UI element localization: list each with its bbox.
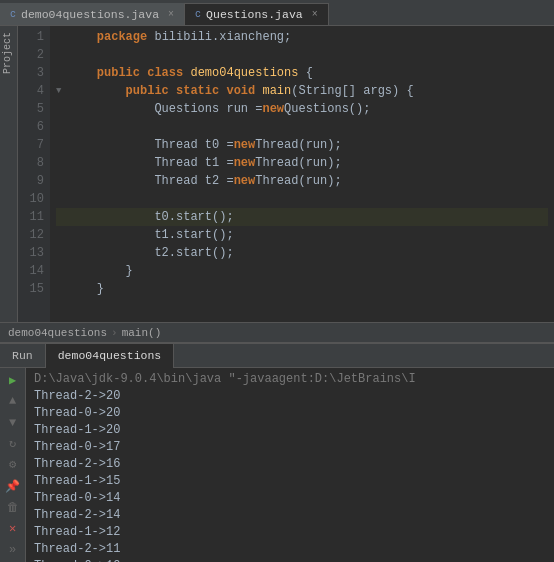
- run-play-button[interactable]: ▶: [4, 372, 22, 388]
- output-line-7: Thread-0->14: [34, 490, 546, 507]
- code-line-5: Questions run = new Questions();: [56, 100, 548, 118]
- output-line-4: Thread-0->17: [34, 439, 546, 456]
- output-line-2: Thread-0->20: [34, 405, 546, 422]
- run-tab-run[interactable]: Run: [0, 344, 45, 368]
- left-sidebar: Project: [0, 26, 18, 322]
- tab-demo04questions[interactable]: c demo04questions.java ×: [0, 3, 185, 25]
- run-delete-button[interactable]: 🗑: [4, 499, 22, 515]
- output-line-6: Thread-1->15: [34, 473, 546, 490]
- sidebar-label-project[interactable]: Project: [0, 26, 17, 80]
- tab-label-2: Questions.java: [206, 8, 303, 21]
- code-line-10: [56, 190, 548, 208]
- code-line-11: t0.start();: [56, 208, 548, 226]
- output-line-3: Thread-1->20: [34, 422, 546, 439]
- run-up-button[interactable]: ▲: [4, 393, 22, 409]
- run-panel: Run demo04questions ▶ ▲ ▼ ↻ ⚙ 📌 🗑 ✕ » D:…: [0, 342, 554, 562]
- run-down-button[interactable]: ▼: [4, 414, 22, 430]
- output-line-9: Thread-1->12: [34, 524, 546, 541]
- code-line-3: public class demo04questions {: [56, 64, 548, 82]
- tab-close-2[interactable]: ×: [312, 9, 318, 20]
- editor-tab-bar: c demo04questions.java × c Questions.jav…: [0, 0, 554, 26]
- java-file-icon: c: [10, 9, 16, 20]
- run-tab-bar: Run demo04questions: [0, 344, 554, 368]
- output-line-11: Thread-0->10: [34, 558, 546, 562]
- run-output: D:\Java\jdk-9.0.4\bin\java "-javaagent:D…: [26, 368, 554, 562]
- run-stop-button[interactable]: ✕: [4, 521, 22, 537]
- output-line-8: Thread-2->14: [34, 507, 546, 524]
- output-line-5: Thread-2->16: [34, 456, 546, 473]
- tab-close-1[interactable]: ×: [168, 9, 174, 20]
- code-line-12: t1.start();: [56, 226, 548, 244]
- editor-main: Project 1 2 3 4 5 6 7 8 9 10 11 12 13 14…: [0, 26, 554, 322]
- run-tab-demo04[interactable]: demo04questions: [45, 344, 175, 368]
- tab-questions[interactable]: c Questions.java ×: [185, 3, 329, 25]
- code-editor[interactable]: package bilibili.xiancheng; public class…: [50, 26, 554, 322]
- output-line-1: Thread-2->20: [34, 388, 546, 405]
- breadcrumb-file: demo04questions: [8, 327, 107, 339]
- breadcrumb: demo04questions › main(): [0, 322, 554, 342]
- line-numbers: 1 2 3 4 5 6 7 8 9 10 11 12 13 14 15: [18, 26, 50, 322]
- code-line-8: Thread t1 = new Thread(run);: [56, 154, 548, 172]
- run-content: ▶ ▲ ▼ ↻ ⚙ 📌 🗑 ✕ » D:\Java\jdk-9.0.4\bin\…: [0, 368, 554, 562]
- run-tab-demo04-label: demo04questions: [58, 349, 162, 362]
- code-line-15: }: [56, 280, 548, 298]
- run-pin-button[interactable]: 📌: [4, 478, 22, 494]
- code-line-4: ▼ public static void main(String[] args)…: [56, 82, 548, 100]
- tab-label-1: demo04questions.java: [21, 8, 159, 21]
- java-file-icon-2: c: [195, 9, 201, 20]
- code-line-13: t2.start();: [56, 244, 548, 262]
- editor-area: Project 1 2 3 4 5 6 7 8 9 10 11 12 13 14…: [0, 26, 554, 342]
- code-line-7: Thread t0 = new Thread(run);: [56, 136, 548, 154]
- code-line-6: [56, 118, 548, 136]
- run-tab-run-label: Run: [12, 349, 33, 362]
- code-line-2: [56, 46, 548, 64]
- run-rerun-button[interactable]: ↻: [4, 436, 22, 452]
- run-sidebar: ▶ ▲ ▼ ↻ ⚙ 📌 🗑 ✕ »: [0, 368, 26, 562]
- code-line-9: Thread t2 = new Thread(run);: [56, 172, 548, 190]
- code-line-14: }: [56, 262, 548, 280]
- code-line-1: package bilibili.xiancheng;: [56, 28, 548, 46]
- run-settings-button[interactable]: ⚙: [4, 457, 22, 473]
- output-line-10: Thread-2->11: [34, 541, 546, 558]
- output-line-cmd: D:\Java\jdk-9.0.4\bin\java "-javaagent:D…: [34, 371, 546, 388]
- run-more-button[interactable]: »: [4, 542, 22, 558]
- breadcrumb-method: main(): [122, 327, 162, 339]
